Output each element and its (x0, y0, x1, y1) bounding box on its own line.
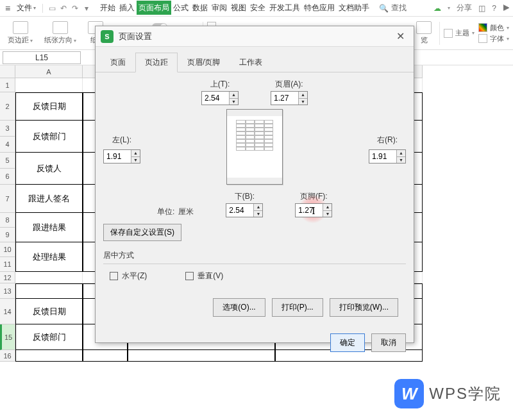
print-button[interactable]: 打印(P)... (272, 298, 323, 317)
cell[interactable]: 处理结果 (15, 242, 83, 272)
chevron-icon[interactable]: ⯈ (503, 4, 510, 13)
qat-save-icon[interactable]: ▭ (47, 3, 57, 13)
close-button[interactable]: ✕ (392, 29, 408, 44)
spin-down-icon[interactable]: ▼ (397, 157, 405, 164)
spin-down-icon[interactable]: ▼ (254, 211, 262, 217)
cloud-dropdown-icon[interactable]: ▾ (448, 5, 450, 11)
row-header-16[interactable]: 16 (0, 350, 15, 362)
spin-up-icon[interactable]: ▲ (323, 204, 332, 211)
row-header-13[interactable]: 13 (0, 283, 15, 299)
spin-down-icon[interactable]: ▼ (131, 157, 140, 164)
cell[interactable]: 反馈日期 (15, 299, 83, 324)
row-header-11[interactable]: 11 (0, 257, 15, 272)
margin-bottom-label: 下(B): (235, 191, 255, 202)
dialog-tab-页面[interactable]: 页面 (101, 53, 135, 72)
select-all-corner[interactable] (0, 65, 15, 78)
spin-down-icon[interactable]: ▼ (230, 99, 238, 105)
search-button[interactable]: 🔍 查找 (379, 3, 407, 13)
column-header-A[interactable]: A (15, 65, 83, 78)
margin-bottom-input[interactable]: ▲▼ (226, 203, 263, 217)
cell[interactable] (15, 78, 83, 92)
cell[interactable] (15, 350, 83, 362)
cancel-button[interactable]: 取消 (371, 333, 406, 352)
row-header-14[interactable]: 14 (0, 299, 15, 324)
theme-button[interactable]: 主题▾ (444, 28, 475, 38)
name-box[interactable]: L15 (3, 51, 81, 64)
qat-redo-icon[interactable]: ↷ (70, 3, 80, 13)
hamburger-icon[interactable]: ≡ (3, 3, 13, 13)
margin-right-input[interactable]: ▲▼ (369, 149, 406, 164)
orientation-button[interactable]: 纸张方向 (40, 20, 80, 46)
margin-footer-input[interactable]: ▲▼ (295, 203, 332, 217)
row-header-5[interactable]: 5 (0, 153, 15, 169)
tab-审阅[interactable]: 审阅 (210, 1, 229, 15)
tab-页面布局[interactable]: 页面布局 (137, 1, 171, 15)
dialog-tab-工作表[interactable]: 工作表 (230, 53, 272, 72)
page-preview (226, 109, 283, 185)
margin-footer-value[interactable] (296, 204, 323, 217)
save-custom-button[interactable]: 保存自定义设置(S) (103, 224, 181, 241)
qat-dropdown-icon[interactable]: ▾ (81, 3, 92, 13)
margin-top-value[interactable] (202, 92, 229, 105)
row-header-3[interactable]: 3 (0, 121, 15, 137)
row-header-4[interactable]: 4 (0, 137, 15, 153)
spin-up-icon[interactable]: ▲ (254, 204, 262, 211)
spin-up-icon[interactable]: ▲ (299, 92, 307, 99)
tab-特色应用[interactable]: 特色应用 (302, 1, 337, 15)
tab-安全[interactable]: 安全 (248, 1, 267, 15)
margin-bottom-value[interactable] (226, 204, 253, 217)
margin-right-value[interactable] (369, 150, 396, 163)
center-horizontal-checkbox[interactable]: 水平(Z) (110, 271, 147, 281)
spin-down-icon[interactable]: ▼ (299, 99, 307, 105)
tab-开发工具[interactable]: 开发工具 (267, 1, 302, 15)
tab-视图[interactable]: 视图 (229, 1, 248, 15)
ok-button[interactable]: 确定 (330, 333, 365, 352)
spin-up-icon[interactable]: ▲ (131, 150, 140, 157)
row-header-10[interactable]: 10 (0, 242, 15, 257)
cell[interactable]: 跟进结果 (15, 213, 83, 242)
font-button[interactable]: 字体▾ (478, 34, 509, 44)
row-header-7[interactable]: 7 (0, 185, 15, 213)
dialog-tab-页边距[interactable]: 页边距 (135, 53, 178, 72)
preview-button[interactable]: 览 (412, 20, 435, 46)
center-vertical-checkbox[interactable]: 垂直(V) (185, 271, 223, 281)
options-button[interactable]: 选项(O)... (213, 298, 265, 317)
row-header-12[interactable]: 12 (0, 272, 15, 283)
row-header-6[interactable]: 6 (0, 169, 15, 185)
margin-header-value[interactable] (271, 92, 298, 105)
qat-undo-icon[interactable]: ↶ (58, 3, 69, 13)
margins-button[interactable]: 页边距 (4, 20, 37, 46)
cell[interactable] (15, 283, 83, 299)
cell[interactable]: 反馈日期 (15, 92, 83, 121)
row-header-8[interactable]: 8 (0, 213, 15, 228)
spin-down-icon[interactable]: ▼ (323, 211, 332, 217)
tab-文档助手[interactable]: 文档助手 (337, 1, 371, 15)
row-header-2[interactable]: 2 (0, 92, 15, 121)
row-header-15[interactable]: 15 (0, 324, 15, 350)
tab-开始[interactable]: 开始 (98, 1, 117, 15)
cell[interactable]: 反馈部门 (15, 121, 83, 153)
help-button[interactable]: ? (492, 4, 496, 13)
cell[interactable]: 反馈部门 (15, 324, 83, 350)
row-header-9[interactable]: 9 (0, 228, 15, 242)
tab-插入[interactable]: 插入 (117, 1, 137, 15)
spin-up-icon[interactable]: ▲ (230, 92, 238, 99)
cell[interactable]: 跟进人签名 (15, 185, 83, 213)
tab-数据[interactable]: 数据 (190, 1, 210, 15)
print-preview-button[interactable]: 打印预览(W)... (330, 298, 398, 317)
cell[interactable]: 反馈人 (15, 153, 83, 185)
user-icon[interactable]: ◫ (478, 4, 485, 13)
spin-up-icon[interactable]: ▲ (397, 150, 405, 157)
tab-公式[interactable]: 公式 (171, 1, 190, 15)
share-button[interactable]: 分享 (457, 3, 472, 13)
row-header-1[interactable]: 1 (0, 78, 15, 92)
margin-left-value[interactable] (104, 150, 131, 163)
margin-left-input[interactable]: ▲▼ (103, 149, 140, 164)
file-menu[interactable]: 文件 (14, 1, 38, 15)
cloud-sync-icon[interactable]: ☁ (433, 4, 441, 13)
color-button[interactable]: 颜色▾ (478, 23, 509, 33)
margin-header-input[interactable]: ▲▼ (271, 91, 308, 105)
margin-top-input[interactable]: ▲▼ (201, 91, 239, 105)
dialog-tab-页眉/页脚[interactable]: 页眉/页脚 (178, 53, 230, 72)
cell[interactable] (15, 272, 83, 283)
